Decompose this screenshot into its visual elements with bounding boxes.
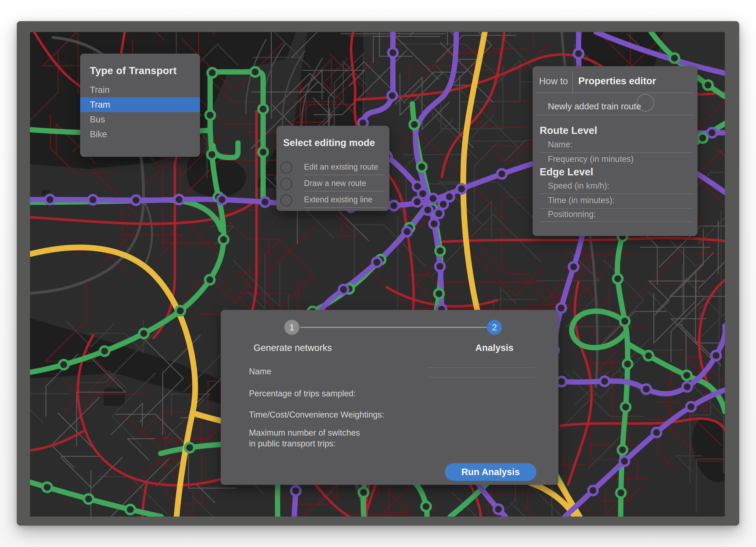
- run-analysis-button[interactable]: Run Analysis: [445, 463, 536, 481]
- weightings-label: Time/Cost/Convenience Weightings:: [249, 410, 384, 419]
- route-status-circle-icon[interactable]: [637, 94, 654, 112]
- tab-properties-editor[interactable]: Properties editor: [578, 75, 656, 87]
- analysis-panel: 1 2 Generate networks Analysis Name Perc…: [221, 310, 558, 485]
- field-name[interactable]: Name:: [548, 140, 573, 149]
- editing-option-edit[interactable]: Edit an existing route: [276, 159, 389, 175]
- type-of-transport-title: Type of Transport: [90, 65, 177, 77]
- type-of-transport-panel: Type of Transport Train Tram Bus Bike: [80, 54, 200, 157]
- route-level-heading: Route Level: [540, 124, 597, 136]
- editing-mode-title: Select editing mode: [283, 137, 375, 148]
- transport-item-tram[interactable]: Tram: [80, 97, 200, 112]
- divider: [540, 194, 693, 194]
- editing-option-draw-label: Draw a new route: [304, 175, 366, 192]
- divider: [540, 208, 693, 209]
- editing-option-extend[interactable]: Extend existing line: [276, 192, 389, 208]
- transport-item-bus[interactable]: Bus: [80, 112, 200, 127]
- edge-level-heading: Edge Level: [540, 166, 593, 178]
- field-frequency[interactable]: Frequency (in minutes): [548, 154, 634, 164]
- divider: [536, 93, 694, 93]
- max-switches-label-line1: Maximum number of switches: [249, 428, 360, 438]
- divider: [536, 115, 694, 115]
- percentage-label: Percentage of trips sampled:: [249, 389, 356, 398]
- field-speed[interactable]: Speed (in km/h):: [548, 181, 609, 191]
- step-1-label: Generate networks: [242, 342, 343, 353]
- field-time[interactable]: Time (in minutes):: [548, 196, 615, 205]
- stepper-connector: [300, 327, 487, 328]
- step-1-circle[interactable]: 1: [284, 320, 299, 335]
- radio-edit-existing-route-icon[interactable]: [280, 162, 292, 174]
- transport-item-train[interactable]: Train: [80, 83, 200, 97]
- step-2-circle[interactable]: 2: [487, 320, 502, 335]
- divider: [304, 207, 385, 208]
- max-switches-label-line2: in public transport trips:: [249, 439, 336, 448]
- editing-option-edit-label: Edit an existing route: [304, 159, 378, 175]
- step-2-label: Analysis: [444, 342, 545, 353]
- radio-draw-new-route-icon[interactable]: [280, 178, 292, 190]
- radio-extend-existing-line-icon[interactable]: [280, 194, 292, 206]
- name-input[interactable]: [428, 367, 535, 377]
- editing-option-draw[interactable]: Draw a new route: [276, 175, 389, 192]
- editing-option-extend-label: Extend existing line: [304, 192, 372, 208]
- field-positionning[interactable]: Positionning:: [548, 210, 596, 219]
- editing-mode-panel: Select editing mode Edit an existing rou…: [276, 126, 389, 211]
- properties-editor-panel: How to Properties editor Newly added tra…: [533, 66, 698, 236]
- name-label: Name: [249, 367, 271, 376]
- tab-divider: [572, 72, 573, 93]
- tab-how-to[interactable]: How to: [539, 76, 568, 87]
- divider: [540, 153, 693, 153]
- transport-item-bike[interactable]: Bike: [80, 127, 200, 142]
- route-name-label: Newly added train route: [548, 102, 641, 111]
- screenshot-stage: Type of Transport Train Tram Bus Bike Se…: [0, 0, 756, 547]
- divider: [540, 222, 693, 222]
